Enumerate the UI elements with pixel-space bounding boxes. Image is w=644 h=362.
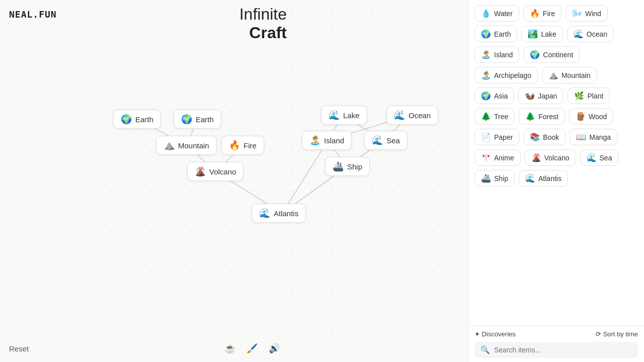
element-emoji-earth2: 🌍 <box>181 114 192 125</box>
element-emoji-atlantis: 🌊 <box>259 208 270 219</box>
canvas-element-sea[interactable]: 🌊Sea <box>364 131 408 150</box>
sidebar-item-mountain[interactable]: ⛰️Mountain <box>542 67 597 83</box>
sidebar-item-continent[interactable]: 🌍Continent <box>523 46 580 63</box>
element-emoji-fire: 🔥 <box>229 140 240 151</box>
cup-icon[interactable]: ☕ <box>222 341 237 356</box>
sort-button[interactable]: ⟳ Sort by time <box>596 330 638 338</box>
sidebar-item-plant[interactable]: 🌿Plant <box>568 87 610 104</box>
sidebar-item-atlantis[interactable]: 🌊Atlantis <box>519 170 568 187</box>
search-input[interactable] <box>494 346 632 354</box>
element-label-ocean: Ocean <box>409 111 431 120</box>
sidebar-item-archipelago[interactable]: 🏝️Archipelago <box>474 67 538 83</box>
sidebar-item-wood[interactable]: 🪵Wood <box>569 108 613 125</box>
element-emoji-mountain: ⛰️ <box>164 140 175 151</box>
sidebar-label: Paper <box>494 133 513 141</box>
sidebar-emoji: ⛰️ <box>548 70 558 80</box>
search-icon: 🔍 <box>480 345 490 354</box>
sidebar-item-island[interactable]: 🏝️Island <box>474 46 519 63</box>
sidebar-label: Anime <box>494 154 514 162</box>
element-label-volcano: Volcano <box>209 167 236 176</box>
element-label-sea: Sea <box>386 136 400 145</box>
sidebar-label: Forest <box>538 113 558 121</box>
sidebar-emoji: 🌍 <box>530 50 540 59</box>
element-emoji-ship: 🚢 <box>333 161 344 172</box>
sidebar-label: Continent <box>543 51 573 59</box>
search-bar[interactable]: 🔍 <box>474 342 638 358</box>
canvas-element-earth1[interactable]: 🌍Earth <box>113 110 161 129</box>
sidebar-label: Plant <box>587 92 603 100</box>
sidebar-label: Volcano <box>544 154 570 162</box>
canvas-element-ocean[interactable]: 🌊Ocean <box>386 106 438 125</box>
sidebar-item-book[interactable]: 📚Book <box>523 129 566 145</box>
sidebar-item-forest[interactable]: 🌲Forest <box>519 108 565 125</box>
sidebar-emoji: 🚢 <box>481 173 491 183</box>
sidebar-label: Archipelago <box>494 71 531 79</box>
sidebar-item-fire[interactable]: 🔥Fire <box>523 5 561 22</box>
sidebar-emoji: 🌊 <box>587 153 597 162</box>
sidebar-item-anime[interactable]: 🎌Anime <box>474 149 521 166</box>
sidebar-label: Tree <box>494 113 508 121</box>
sidebar-items-container: 💧Water🔥Fire🌬️Wind🌍Earth🏞️Lake🌊Ocean🏝️Isl… <box>468 0 644 326</box>
sidebar-emoji: 🌿 <box>574 91 584 101</box>
sidebar-emoji: 🌊 <box>525 173 535 183</box>
sidebar-label: Water <box>494 10 513 18</box>
sidebar-item-ocean[interactable]: 🌊Ocean <box>567 26 614 42</box>
sidebar-emoji: 🏝️ <box>481 70 491 80</box>
sidebar-emoji: 🏞️ <box>528 29 538 39</box>
sidebar: 💧Water🔥Fire🌬️Wind🌍Earth🏞️Lake🌊Ocean🏝️Isl… <box>468 0 644 362</box>
sidebar-emoji: 🎌 <box>481 153 491 162</box>
sidebar-item-tree[interactable]: 🌲Tree <box>474 108 515 125</box>
sidebar-emoji: 🌍 <box>481 29 491 39</box>
sidebar-label: Atlantis <box>538 174 561 183</box>
discoveries-bar: ✦ Discoveries ⟳ Sort by time <box>474 330 638 338</box>
canvas-element-mountain[interactable]: ⛰️Mountain <box>156 136 217 155</box>
sidebar-emoji: 🌍 <box>481 91 491 101</box>
canvas-element-volcano[interactable]: 🌋Volcano <box>187 162 244 181</box>
sidebar-label: Mountain <box>561 71 591 79</box>
sidebar-item-paper[interactable]: 📄Paper <box>474 129 519 145</box>
sidebar-item-water[interactable]: 💧Water <box>474 5 519 22</box>
sidebar-emoji: 🌊 <box>574 29 584 39</box>
sidebar-emoji: 🌲 <box>481 112 491 121</box>
canvas-element-fire[interactable]: 🔥Fire <box>221 136 264 155</box>
canvas-element-atlantis[interactable]: 🌊Atlantis <box>252 204 306 223</box>
sidebar-emoji: 🏝️ <box>481 50 491 59</box>
sidebar-label: Earth <box>494 30 511 38</box>
canvas-area[interactable]: NEAL.FUN Infinite Craft 🌍Earth🌍Earth⛰️Mo… <box>0 0 468 362</box>
canvas-element-lake[interactable]: 🌊Lake <box>321 106 367 125</box>
canvas-element-island[interactable]: 🏝️Island <box>302 131 352 150</box>
bottom-icons: ☕ 🖌️ 🔊 <box>222 341 282 356</box>
sidebar-emoji: 🪵 <box>576 112 586 121</box>
sidebar-label: Wood <box>589 113 607 121</box>
element-label-earth1: Earth <box>135 115 153 124</box>
canvas-element-ship[interactable]: 🚢Ship <box>325 157 370 176</box>
canvas-element-earth2[interactable]: 🌍Earth <box>174 110 221 129</box>
discoveries-button[interactable]: ✦ Discoveries <box>474 330 516 338</box>
sidebar-bottom-bar: ✦ Discoveries ⟳ Sort by time 🔍 <box>468 326 644 362</box>
sidebar-label: Ocean <box>587 30 607 38</box>
sidebar-emoji: 🔥 <box>530 9 540 18</box>
connections-svg <box>0 0 468 362</box>
sidebar-label: Book <box>543 133 559 141</box>
sidebar-label: Lake <box>541 30 556 38</box>
sidebar-emoji: 📄 <box>481 132 491 142</box>
sidebar-label: Ship <box>494 174 508 183</box>
sidebar-item-volcano[interactable]: 🌋Volcano <box>525 149 576 166</box>
sidebar-label: Manga <box>589 133 611 141</box>
reset-button[interactable]: Reset <box>9 344 29 353</box>
sidebar-item-sea[interactable]: 🌊Sea <box>580 149 619 166</box>
sidebar-item-asia[interactable]: 🌍Asia <box>474 87 514 104</box>
element-label-mountain: Mountain <box>178 141 209 150</box>
sound-icon[interactable]: 🔊 <box>267 341 282 356</box>
sidebar-emoji: 📖 <box>576 132 586 142</box>
sidebar-item-japan[interactable]: 🦦Japan <box>518 87 564 104</box>
sidebar-item-wind[interactable]: 🌬️Wind <box>566 5 608 22</box>
sidebar-label: Sea <box>600 154 612 162</box>
svg-line-13 <box>282 140 384 213</box>
sidebar-item-ship[interactable]: 🚢Ship <box>474 170 515 187</box>
element-emoji-ocean: 🌊 <box>394 110 405 121</box>
sidebar-item-earth[interactable]: 🌍Earth <box>474 26 517 42</box>
brush-icon[interactable]: 🖌️ <box>245 341 260 356</box>
sidebar-item-manga[interactable]: 📖Manga <box>570 129 617 145</box>
sidebar-item-lake[interactable]: 🏞️Lake <box>521 26 562 42</box>
